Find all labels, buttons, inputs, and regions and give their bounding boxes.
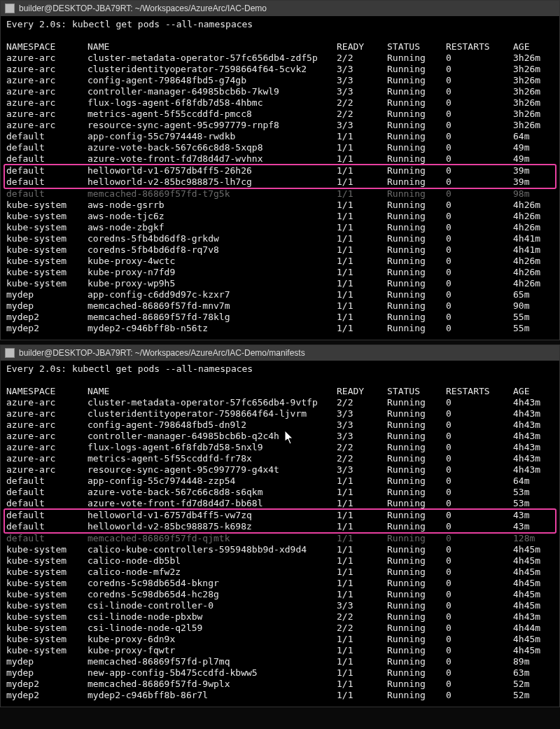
titlebar[interactable]: builder@DESKTOP-JBA79RT: ~/Workspaces/Az… <box>1 345 559 361</box>
terminal-window-1[interactable]: builder@DESKTOP-JBA79RT: ~/Workspaces/Az… <box>0 345 560 707</box>
pod-row: defaultapp-config-55c7974448-rwdkb1/1Run… <box>6 131 554 142</box>
blank-line <box>6 30 554 41</box>
terminal-body[interactable]: Every 2.0s: kubectl get pods --all-names… <box>1 16 559 340</box>
cell-ready: 1/1 <box>337 165 387 176</box>
pod-row: mydepmemcached-86869f57fd-mnv7m1/1Runnin… <box>6 300 554 312</box>
cell-ready: 1/1 <box>337 589 387 600</box>
cell-restarts: 0 <box>446 600 513 611</box>
cell-ready: 1/1 <box>337 131 387 142</box>
cell-ready: 2/2 <box>337 109 387 120</box>
cell-age: 53m <box>513 487 548 498</box>
titlebar[interactable]: builder@DESKTOP-JBA79RT: ~/Workspaces/Az… <box>1 1 559 16</box>
pod-row: mydepmemcached-86869f57fd-pl7mq1/1Runnin… <box>6 656 554 667</box>
cell-name: calico-node-db5bl <box>88 555 337 567</box>
cell-age: 39m <box>513 176 548 188</box>
pod-row: defaulthelloworld-v1-6757db4ff5-26h261/1… <box>6 165 554 176</box>
cell-restarts: 0 <box>446 690 513 701</box>
cell-name: memcached-86869f57fd-t7g5k <box>88 188 337 200</box>
pod-row: kube-systemcoredns-5c98db65d4-hc28g1/1Ru… <box>6 589 554 600</box>
cell-status: Running <box>387 397 446 408</box>
col-restarts: RESTARTS <box>446 386 513 397</box>
cell-name: flux-logs-agent-6f8fdb7d58-4hbmc <box>88 97 337 109</box>
cell-name: aws-node-tjc6z <box>88 211 337 222</box>
cell-namespace: azure-arc <box>6 419 88 431</box>
cell-ready: 2/2 <box>337 442 387 453</box>
cell-age: 4h41m <box>513 244 548 256</box>
cell-status: Running <box>387 498 446 509</box>
cell-status: Running <box>387 578 446 589</box>
cell-name: memcached-86869f57fd-pl7mq <box>88 656 337 667</box>
cell-restarts: 0 <box>446 578 513 589</box>
cell-status: Running <box>387 453 446 464</box>
pod-row: mydepnew-app-config-5b475ccdfd-kbww51/1R… <box>6 667 554 679</box>
cell-name: kube-proxy-wp9h5 <box>88 278 337 289</box>
cell-age: 4h26m <box>513 267 548 278</box>
cell-namespace: mydep2 <box>6 323 88 334</box>
cell-namespace: default <box>6 498 88 509</box>
cell-ready: 1/1 <box>337 533 387 544</box>
cell-status: Running <box>387 211 446 222</box>
cell-namespace: kube-system <box>6 645 88 656</box>
cell-name: kube-proxy-4wctc <box>88 256 337 267</box>
cell-name: config-agent-798648fbd5-g74gb <box>88 75 337 86</box>
pod-row: defaulthelloworld-v2-85bc988875-lh7cg1/1… <box>6 176 554 188</box>
cell-age: 52m <box>513 690 548 701</box>
cell-name: csi-linode-controller-0 <box>88 600 337 611</box>
cell-name: azure-vote-front-fd7d8d4d7-wvhnx <box>88 153 337 165</box>
cell-ready: 3/3 <box>337 464 387 475</box>
cell-name: metrics-agent-5f55ccddfd-pmcc8 <box>88 109 337 120</box>
cell-age: 4h45m <box>513 634 548 645</box>
pod-row: azure-arcflux-logs-agent-6f8fdb7d58-5nxl… <box>6 442 554 453</box>
cell-restarts: 0 <box>446 300 513 312</box>
cell-namespace: kube-system <box>6 211 88 222</box>
pod-row: defaultazure-vote-back-567c66c8d8-5xqp81… <box>6 142 554 153</box>
cell-status: Running <box>387 408 446 419</box>
cell-status: Running <box>387 142 446 153</box>
cell-age: 3h26m <box>513 109 548 120</box>
cell-status: Running <box>387 131 446 142</box>
cell-namespace: default <box>6 475 88 487</box>
cell-status: Running <box>387 109 446 120</box>
cell-restarts: 0 <box>446 464 513 475</box>
pod-row: mydep2mydep2-c946bff8b-n56tz1/1Running05… <box>6 323 554 334</box>
terminal-window-0[interactable]: builder@DESKTOP-JBA79RT: ~/Workspaces/Az… <box>0 0 560 340</box>
cell-restarts: 0 <box>446 97 513 109</box>
cell-ready: 1/1 <box>337 188 387 200</box>
terminal-body[interactable]: Every 2.0s: kubectl get pods --all-names… <box>1 361 559 707</box>
cell-ready: 1/1 <box>337 233 387 244</box>
pod-row: kube-systemaws-node-tjc6z1/1Running04h26… <box>6 211 554 222</box>
cell-namespace: default <box>6 487 88 498</box>
cell-namespace: kube-system <box>6 611 88 623</box>
cell-namespace: default <box>6 153 88 165</box>
cell-restarts: 0 <box>446 431 513 442</box>
cell-name: config-agent-798648fbd5-dn9l2 <box>88 419 337 431</box>
cell-age: 4h43m <box>513 442 548 453</box>
cell-restarts: 0 <box>446 487 513 498</box>
cell-age: 43m <box>513 510 548 521</box>
cell-age: 64m <box>513 475 548 487</box>
cell-namespace: mydep <box>6 667 88 679</box>
cell-ready: 1/1 <box>337 278 387 289</box>
cell-status: Running <box>387 153 446 165</box>
cell-age: 3h26m <box>513 86 548 97</box>
cell-namespace: kube-system <box>6 278 88 289</box>
terminal-icon <box>5 348 15 358</box>
cell-restarts: 0 <box>446 278 513 289</box>
cell-status: Running <box>387 464 446 475</box>
pod-row: azure-arcconfig-agent-798648fbd5-dn9l23/… <box>6 419 554 431</box>
cell-restarts: 0 <box>446 475 513 487</box>
col-ready: READY <box>337 41 387 53</box>
cell-status: Running <box>387 533 446 544</box>
pod-row: azure-arcclusteridentityoperator-7598664… <box>6 408 554 419</box>
cell-age: 98m <box>513 188 548 200</box>
cell-age: 4h43m <box>513 611 548 623</box>
cell-status: Running <box>387 244 446 256</box>
cell-age: 3h26m <box>513 75 548 86</box>
cell-status: Running <box>387 75 446 86</box>
cell-restarts: 0 <box>446 634 513 645</box>
cell-namespace: default <box>6 521 88 532</box>
pod-row: mydep2mydep2-c946bff8b-86r7l1/1Running05… <box>6 690 554 701</box>
cell-name: memcached-86869f57fd-78klg <box>88 312 337 323</box>
cell-namespace: kube-system <box>6 244 88 256</box>
cell-status: Running <box>387 475 446 487</box>
